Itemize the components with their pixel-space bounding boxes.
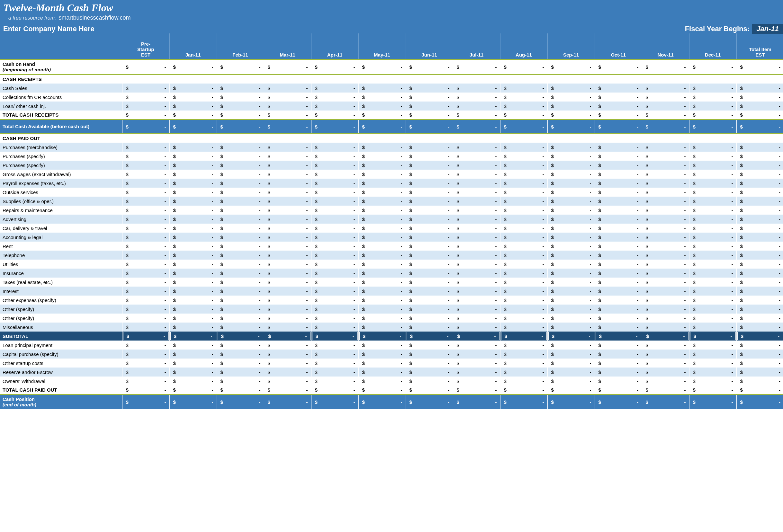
value-cell[interactable]: $- — [737, 93, 783, 101]
value-cell[interactable]: $- — [453, 152, 500, 161]
value-cell[interactable]: $- — [358, 214, 406, 224]
value-cell[interactable]: $- — [358, 84, 406, 93]
value-cell[interactable]: $- — [595, 367, 642, 376]
value-cell[interactable]: $- — [406, 313, 453, 323]
value-cell[interactable]: $- — [122, 101, 169, 110]
value-cell[interactable]: $- — [453, 241, 500, 251]
value-cell[interactable]: $- — [595, 350, 642, 359]
value-cell[interactable]: $- — [311, 214, 358, 224]
value-cell[interactable]: $- — [264, 84, 311, 93]
value-cell[interactable]: $- — [689, 340, 737, 350]
value-cell[interactable]: $- — [689, 376, 737, 386]
value-cell[interactable]: $- — [264, 296, 311, 304]
value-cell[interactable]: $- — [406, 178, 453, 188]
value-cell[interactable]: $- — [217, 152, 264, 161]
value-cell[interactable]: $- — [689, 197, 737, 206]
value-cell[interactable]: $- — [595, 296, 642, 304]
value-cell[interactable]: $- — [453, 269, 500, 277]
value-cell[interactable]: $- — [264, 178, 311, 188]
value-cell[interactable]: $- — [500, 323, 547, 332]
value-cell[interactable]: $- — [311, 277, 358, 287]
value-cell[interactable]: $- — [737, 287, 783, 296]
value-cell[interactable]: $- — [122, 59, 169, 74]
value-cell[interactable]: $- — [122, 152, 169, 161]
value-cell[interactable]: $- — [737, 350, 783, 359]
value-cell[interactable]: $- — [595, 143, 642, 152]
value-cell[interactable]: $- — [453, 376, 500, 386]
value-cell[interactable]: $- — [358, 287, 406, 296]
value-cell[interactable]: $- — [500, 233, 547, 241]
value-cell[interactable]: $- — [737, 197, 783, 206]
value-cell[interactable]: $- — [689, 241, 737, 251]
value-cell[interactable]: $- — [217, 313, 264, 323]
value-cell[interactable]: $- — [737, 296, 783, 304]
value-cell[interactable]: $- — [122, 296, 169, 304]
value-cell[interactable]: $- — [689, 277, 737, 287]
value-cell[interactable]: $- — [453, 170, 500, 178]
value-cell[interactable]: $- — [264, 188, 311, 197]
value-cell[interactable]: $- — [547, 206, 595, 214]
value-cell[interactable]: $- — [595, 323, 642, 332]
value-cell[interactable]: $- — [595, 170, 642, 178]
value-cell[interactable]: $- — [453, 93, 500, 101]
value-cell[interactable]: $- — [642, 93, 689, 101]
value-cell[interactable]: $- — [264, 287, 311, 296]
value-cell[interactable]: $- — [500, 206, 547, 214]
value-cell[interactable]: $- — [500, 260, 547, 269]
value-cell[interactable]: $- — [642, 313, 689, 323]
value-cell[interactable]: $- — [547, 241, 595, 251]
value-cell[interactable]: $- — [122, 277, 169, 287]
value-cell[interactable]: $- — [642, 251, 689, 260]
value-cell[interactable]: $- — [169, 277, 217, 287]
value-cell[interactable]: $- — [122, 161, 169, 170]
value-cell[interactable]: $- — [737, 152, 783, 161]
value-cell[interactable]: $- — [500, 143, 547, 152]
value-cell[interactable]: $- — [122, 84, 169, 93]
value-cell[interactable]: $- — [642, 367, 689, 376]
value-cell[interactable]: $- — [311, 93, 358, 101]
value-cell[interactable]: $- — [595, 304, 642, 313]
company-name[interactable]: Enter Company Name Here — [0, 25, 122, 33]
value-cell[interactable]: $- — [358, 260, 406, 269]
value-cell[interactable]: $- — [122, 233, 169, 241]
value-cell[interactable]: $- — [453, 287, 500, 296]
value-cell[interactable]: $- — [689, 59, 737, 74]
value-cell[interactable]: $- — [406, 161, 453, 170]
value-cell[interactable]: $- — [453, 277, 500, 287]
value-cell[interactable]: $- — [358, 241, 406, 251]
value-cell[interactable]: $- — [453, 84, 500, 93]
value-cell[interactable]: $- — [311, 224, 358, 233]
value-cell[interactable]: $- — [122, 224, 169, 233]
value-cell[interactable]: $- — [406, 84, 453, 93]
value-cell[interactable]: $- — [217, 214, 264, 224]
value-cell[interactable]: $- — [264, 313, 311, 323]
value-cell[interactable]: $- — [547, 101, 595, 110]
value-cell[interactable]: $- — [169, 93, 217, 101]
value-cell[interactable]: $- — [689, 101, 737, 110]
value-cell[interactable]: $- — [406, 269, 453, 277]
value-cell[interactable]: $- — [122, 350, 169, 359]
value-cell[interactable]: $- — [122, 143, 169, 152]
value-cell[interactable]: $- — [311, 340, 358, 350]
value-cell[interactable]: $- — [642, 206, 689, 214]
value-cell[interactable]: $- — [406, 287, 453, 296]
value-cell[interactable]: $- — [406, 101, 453, 110]
value-cell[interactable]: $- — [689, 323, 737, 332]
value-cell[interactable]: $- — [500, 296, 547, 304]
value-cell[interactable]: $- — [217, 350, 264, 359]
value-cell[interactable]: $- — [406, 152, 453, 161]
value-cell[interactable]: $- — [737, 376, 783, 386]
value-cell[interactable]: $- — [642, 59, 689, 74]
value-cell[interactable]: $- — [217, 206, 264, 214]
value-cell[interactable]: $- — [547, 251, 595, 260]
value-cell[interactable]: $- — [406, 359, 453, 367]
value-cell[interactable]: $- — [217, 359, 264, 367]
value-cell[interactable]: $- — [453, 251, 500, 260]
value-cell[interactable]: $- — [406, 376, 453, 386]
value-cell[interactable]: $- — [642, 143, 689, 152]
value-cell[interactable]: $- — [217, 367, 264, 376]
value-cell[interactable]: $- — [358, 143, 406, 152]
value-cell[interactable]: $- — [217, 287, 264, 296]
value-cell[interactable]: $- — [595, 260, 642, 269]
value-cell[interactable]: $- — [595, 241, 642, 251]
